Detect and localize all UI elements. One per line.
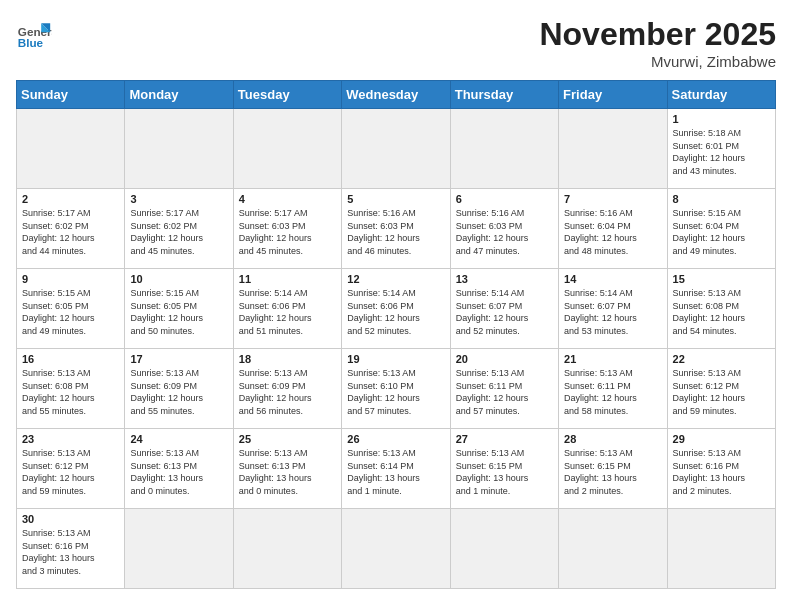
day-number: 24	[130, 433, 227, 445]
day-number: 14	[564, 273, 661, 285]
day-number: 11	[239, 273, 336, 285]
header-thursday: Thursday	[450, 81, 558, 109]
day-info: Sunrise: 5:14 AM Sunset: 6:07 PM Dayligh…	[564, 287, 661, 337]
calendar-cell	[450, 509, 558, 589]
calendar: Sunday Monday Tuesday Wednesday Thursday…	[16, 80, 776, 589]
day-number: 13	[456, 273, 553, 285]
calendar-cell: 7Sunrise: 5:16 AM Sunset: 6:04 PM Daylig…	[559, 189, 667, 269]
day-number: 28	[564, 433, 661, 445]
calendar-cell	[559, 109, 667, 189]
title-area: November 2025 Mvurwi, Zimbabwe	[539, 16, 776, 70]
day-info: Sunrise: 5:13 AM Sunset: 6:12 PM Dayligh…	[22, 447, 119, 497]
day-info: Sunrise: 5:16 AM Sunset: 6:03 PM Dayligh…	[347, 207, 444, 257]
day-number: 19	[347, 353, 444, 365]
day-number: 27	[456, 433, 553, 445]
calendar-row: 30Sunrise: 5:13 AM Sunset: 6:16 PM Dayli…	[17, 509, 776, 589]
day-number: 4	[239, 193, 336, 205]
day-info: Sunrise: 5:14 AM Sunset: 6:06 PM Dayligh…	[347, 287, 444, 337]
day-info: Sunrise: 5:13 AM Sunset: 6:16 PM Dayligh…	[673, 447, 770, 497]
day-number: 12	[347, 273, 444, 285]
calendar-cell	[342, 109, 450, 189]
day-number: 29	[673, 433, 770, 445]
calendar-cell: 11Sunrise: 5:14 AM Sunset: 6:06 PM Dayli…	[233, 269, 341, 349]
day-info: Sunrise: 5:13 AM Sunset: 6:09 PM Dayligh…	[239, 367, 336, 417]
calendar-cell: 13Sunrise: 5:14 AM Sunset: 6:07 PM Dayli…	[450, 269, 558, 349]
calendar-cell: 23Sunrise: 5:13 AM Sunset: 6:12 PM Dayli…	[17, 429, 125, 509]
day-info: Sunrise: 5:17 AM Sunset: 6:03 PM Dayligh…	[239, 207, 336, 257]
day-number: 16	[22, 353, 119, 365]
calendar-cell	[342, 509, 450, 589]
day-info: Sunrise: 5:13 AM Sunset: 6:11 PM Dayligh…	[564, 367, 661, 417]
day-info: Sunrise: 5:13 AM Sunset: 6:10 PM Dayligh…	[347, 367, 444, 417]
day-info: Sunrise: 5:14 AM Sunset: 6:06 PM Dayligh…	[239, 287, 336, 337]
day-number: 30	[22, 513, 119, 525]
calendar-cell	[125, 509, 233, 589]
day-info: Sunrise: 5:13 AM Sunset: 6:14 PM Dayligh…	[347, 447, 444, 497]
day-info: Sunrise: 5:17 AM Sunset: 6:02 PM Dayligh…	[22, 207, 119, 257]
calendar-cell: 9Sunrise: 5:15 AM Sunset: 6:05 PM Daylig…	[17, 269, 125, 349]
day-info: Sunrise: 5:15 AM Sunset: 6:04 PM Dayligh…	[673, 207, 770, 257]
header-saturday: Saturday	[667, 81, 775, 109]
day-number: 23	[22, 433, 119, 445]
calendar-cell: 28Sunrise: 5:13 AM Sunset: 6:15 PM Dayli…	[559, 429, 667, 509]
calendar-cell: 10Sunrise: 5:15 AM Sunset: 6:05 PM Dayli…	[125, 269, 233, 349]
day-info: Sunrise: 5:13 AM Sunset: 6:16 PM Dayligh…	[22, 527, 119, 577]
svg-text:Blue: Blue	[18, 36, 44, 49]
logo: General Blue	[16, 16, 56, 52]
calendar-cell: 26Sunrise: 5:13 AM Sunset: 6:14 PM Dayli…	[342, 429, 450, 509]
calendar-cell: 17Sunrise: 5:13 AM Sunset: 6:09 PM Dayli…	[125, 349, 233, 429]
day-number: 9	[22, 273, 119, 285]
calendar-cell: 2Sunrise: 5:17 AM Sunset: 6:02 PM Daylig…	[17, 189, 125, 269]
day-info: Sunrise: 5:15 AM Sunset: 6:05 PM Dayligh…	[22, 287, 119, 337]
calendar-row: 9Sunrise: 5:15 AM Sunset: 6:05 PM Daylig…	[17, 269, 776, 349]
calendar-row: 1Sunrise: 5:18 AM Sunset: 6:01 PM Daylig…	[17, 109, 776, 189]
day-info: Sunrise: 5:13 AM Sunset: 6:08 PM Dayligh…	[22, 367, 119, 417]
day-number: 15	[673, 273, 770, 285]
calendar-cell: 30Sunrise: 5:13 AM Sunset: 6:16 PM Dayli…	[17, 509, 125, 589]
calendar-cell: 12Sunrise: 5:14 AM Sunset: 6:06 PM Dayli…	[342, 269, 450, 349]
calendar-cell: 22Sunrise: 5:13 AM Sunset: 6:12 PM Dayli…	[667, 349, 775, 429]
header-monday: Monday	[125, 81, 233, 109]
day-number: 18	[239, 353, 336, 365]
day-info: Sunrise: 5:13 AM Sunset: 6:15 PM Dayligh…	[564, 447, 661, 497]
calendar-cell	[17, 109, 125, 189]
calendar-cell: 27Sunrise: 5:13 AM Sunset: 6:15 PM Dayli…	[450, 429, 558, 509]
day-number: 7	[564, 193, 661, 205]
calendar-row: 2Sunrise: 5:17 AM Sunset: 6:02 PM Daylig…	[17, 189, 776, 269]
calendar-cell	[450, 109, 558, 189]
weekday-header-row: Sunday Monday Tuesday Wednesday Thursday…	[17, 81, 776, 109]
calendar-cell	[667, 509, 775, 589]
day-number: 5	[347, 193, 444, 205]
page-header: General Blue November 2025 Mvurwi, Zimba…	[16, 16, 776, 70]
month-title: November 2025	[539, 16, 776, 53]
day-info: Sunrise: 5:13 AM Sunset: 6:15 PM Dayligh…	[456, 447, 553, 497]
calendar-cell: 8Sunrise: 5:15 AM Sunset: 6:04 PM Daylig…	[667, 189, 775, 269]
day-info: Sunrise: 5:13 AM Sunset: 6:11 PM Dayligh…	[456, 367, 553, 417]
day-info: Sunrise: 5:16 AM Sunset: 6:03 PM Dayligh…	[456, 207, 553, 257]
calendar-cell: 15Sunrise: 5:13 AM Sunset: 6:08 PM Dayli…	[667, 269, 775, 349]
calendar-cell: 29Sunrise: 5:13 AM Sunset: 6:16 PM Dayli…	[667, 429, 775, 509]
calendar-cell: 4Sunrise: 5:17 AM Sunset: 6:03 PM Daylig…	[233, 189, 341, 269]
day-info: Sunrise: 5:13 AM Sunset: 6:13 PM Dayligh…	[239, 447, 336, 497]
day-info: Sunrise: 5:13 AM Sunset: 6:09 PM Dayligh…	[130, 367, 227, 417]
calendar-cell: 21Sunrise: 5:13 AM Sunset: 6:11 PM Dayli…	[559, 349, 667, 429]
calendar-cell	[125, 109, 233, 189]
header-sunday: Sunday	[17, 81, 125, 109]
calendar-cell: 14Sunrise: 5:14 AM Sunset: 6:07 PM Dayli…	[559, 269, 667, 349]
calendar-row: 23Sunrise: 5:13 AM Sunset: 6:12 PM Dayli…	[17, 429, 776, 509]
calendar-cell	[233, 109, 341, 189]
day-info: Sunrise: 5:13 AM Sunset: 6:13 PM Dayligh…	[130, 447, 227, 497]
header-wednesday: Wednesday	[342, 81, 450, 109]
header-tuesday: Tuesday	[233, 81, 341, 109]
day-number: 8	[673, 193, 770, 205]
day-info: Sunrise: 5:13 AM Sunset: 6:08 PM Dayligh…	[673, 287, 770, 337]
calendar-cell: 6Sunrise: 5:16 AM Sunset: 6:03 PM Daylig…	[450, 189, 558, 269]
day-number: 20	[456, 353, 553, 365]
calendar-cell	[559, 509, 667, 589]
day-info: Sunrise: 5:14 AM Sunset: 6:07 PM Dayligh…	[456, 287, 553, 337]
calendar-cell: 16Sunrise: 5:13 AM Sunset: 6:08 PM Dayli…	[17, 349, 125, 429]
location: Mvurwi, Zimbabwe	[539, 53, 776, 70]
calendar-cell	[233, 509, 341, 589]
day-number: 17	[130, 353, 227, 365]
calendar-cell: 18Sunrise: 5:13 AM Sunset: 6:09 PM Dayli…	[233, 349, 341, 429]
